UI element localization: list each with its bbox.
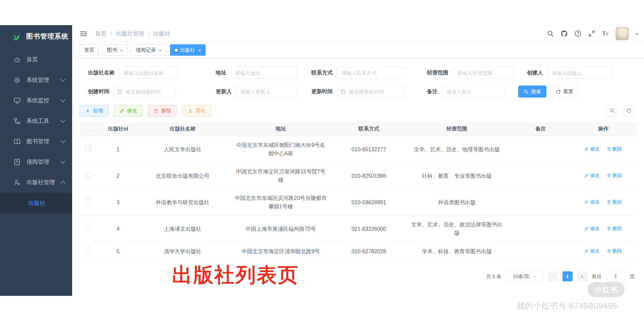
delete-link[interactable]: 删除: [607, 198, 622, 206]
app-logo[interactable]: 图书管理系统: [0, 25, 72, 47]
table-row: 5 清华大学出版社 中国北京市海淀区清华园北路9号 010-62782028 学…: [79, 242, 637, 261]
search-input[interactable]: [337, 67, 406, 79]
annotation-page-label: 出版社列表页: [172, 262, 299, 289]
row-checkbox[interactable]: [85, 248, 91, 253]
chevron-icon: [60, 117, 66, 123]
prev-page-button[interactable]: ‹: [548, 271, 558, 281]
search-field: 更新人: [216, 86, 297, 98]
sidebar-item[interactable]: 首页: [0, 49, 72, 70]
cell-business-scope: 学术、科技、教育等图书出版: [401, 242, 512, 261]
edit-button[interactable]: 修改: [114, 105, 143, 117]
tab[interactable]: 借阅记录 ×: [131, 44, 167, 56]
goto-page-input[interactable]: [606, 271, 625, 282]
app-title: 图书管理系统: [26, 32, 68, 41]
close-icon[interactable]: ×: [120, 48, 123, 53]
main-area: 首页出版社管理出版社 ? TT: [72, 25, 644, 282]
goto-label: 前往: [592, 273, 602, 280]
pagination: 共 5 条 10条/页 ‹ 1 › 前往 页: [79, 271, 637, 282]
search-field-label: 备注: [427, 88, 438, 95]
hamburger-icon[interactable]: [79, 30, 87, 38]
tab[interactable]: 出版社 ×: [170, 44, 206, 56]
search-input[interactable]: [453, 67, 515, 79]
plant-logo-icon: [11, 31, 22, 42]
row-checkbox[interactable]: [85, 146, 91, 151]
toggle-search-button[interactable]: [606, 104, 619, 117]
row-checkbox[interactable]: [85, 199, 91, 204]
delete-link[interactable]: 删除: [607, 145, 622, 153]
fullscreen-icon[interactable]: [588, 30, 595, 37]
column-header: 地址: [225, 122, 336, 136]
page-size-select[interactable]: 10条/页: [506, 271, 543, 282]
sidebar-subitem-publisher[interactable]: 出版社: [0, 193, 72, 213]
cell-remark: [512, 163, 569, 189]
refresh-button[interactable]: [623, 104, 635, 117]
sidebar-item[interactable]: 系统工具: [0, 111, 72, 131]
cell-remark: [512, 189, 569, 216]
xiaohongshu-badge: 小红书: [588, 282, 625, 297]
table-header-row: 出版社Id出版社名称地址联系方式经营范围备注操作: [79, 122, 637, 136]
avatar[interactable]: [615, 27, 629, 40]
delete-link[interactable]: 删除: [607, 224, 622, 233]
delete-link[interactable]: 删除: [607, 171, 622, 180]
monitor-icon: [13, 97, 21, 104]
search-input[interactable]: [547, 67, 613, 79]
close-icon[interactable]: ×: [198, 48, 201, 53]
cell-publisher-name: 上海译文出版社: [140, 216, 225, 242]
navbar-actions: ? TT: [547, 25, 639, 42]
delete-button[interactable]: 删除: [148, 105, 177, 117]
caret-down-icon[interactable]: [635, 34, 639, 37]
row-checkbox[interactable]: [85, 172, 91, 178]
cell-phone: 021-63226000: [336, 216, 401, 242]
edit-link[interactable]: 修改: [584, 224, 600, 233]
sidebar-subitem-label: 出版社: [28, 199, 45, 207]
edit-link[interactable]: 修改: [584, 171, 600, 180]
tab[interactable]: 首页: [79, 44, 99, 56]
column-header: 经营范围: [401, 122, 512, 136]
search-form: 出版社名称 地址: [79, 64, 637, 102]
breadcrumb-item[interactable]: 首页: [95, 30, 116, 38]
search-input[interactable]: [337, 86, 404, 98]
search-field-label: 经营范围: [427, 69, 448, 76]
cell-publisher-id: 1: [96, 136, 140, 163]
select-all-checkbox[interactable]: [85, 125, 91, 131]
search-icon[interactable]: [547, 30, 554, 37]
publisher-icon: [13, 179, 21, 186]
cell-phone: 010-59628991: [336, 189, 401, 216]
add-button[interactable]: 新增: [79, 105, 109, 117]
current-page-button[interactable]: 1: [562, 271, 573, 281]
breadcrumb-item[interactable]: 出版社: [153, 30, 170, 38]
help-icon[interactable]: ?: [574, 30, 582, 37]
edit-link[interactable]: 修改: [584, 247, 600, 255]
font-size-icon[interactable]: TT: [602, 30, 609, 37]
next-page-button[interactable]: ›: [577, 271, 587, 281]
active-dot-icon: [175, 49, 178, 52]
edit-link[interactable]: 修改: [584, 198, 600, 206]
chevron-down-icon: [533, 274, 536, 277]
table-toolbar: 新增 修改 删除 导出: [79, 104, 637, 117]
sidebar-item[interactable]: 出版社管理: [0, 172, 72, 193]
tab[interactable]: 图书 ×: [102, 44, 128, 56]
edit-link[interactable]: 修改: [584, 145, 600, 153]
delete-link[interactable]: 删除: [607, 247, 622, 255]
search-input[interactable]: [442, 86, 505, 98]
search-input[interactable]: [236, 86, 297, 98]
reset-button[interactable]: 重置: [550, 86, 579, 98]
search-input[interactable]: [231, 67, 297, 79]
breadcrumb-item[interactable]: 出版社管理: [116, 30, 153, 38]
close-icon[interactable]: ×: [159, 48, 162, 53]
sidebar-item[interactable]: 图书管理: [0, 131, 72, 152]
search-button[interactable]: 搜索: [518, 86, 546, 98]
search-input[interactable]: [119, 67, 179, 79]
search-input[interactable]: [114, 86, 176, 98]
cell-business-scope: 文学、艺术、历史、地理等图书出版: [401, 136, 512, 163]
sidebar-item[interactable]: 系统监控: [0, 90, 72, 111]
row-checkbox[interactable]: [85, 225, 91, 231]
export-button[interactable]: 导出: [182, 105, 211, 117]
chevron-icon: [60, 97, 66, 102]
book-icon: [13, 138, 21, 145]
cell-business-scope: 文学、艺术、历史、政治法律等图书出版: [401, 216, 512, 242]
svg-text:?: ?: [577, 32, 579, 36]
sidebar-item[interactable]: 系统管理: [0, 70, 72, 90]
sidebar-item[interactable]: 借阅管理: [0, 152, 72, 172]
github-icon[interactable]: [560, 30, 568, 37]
